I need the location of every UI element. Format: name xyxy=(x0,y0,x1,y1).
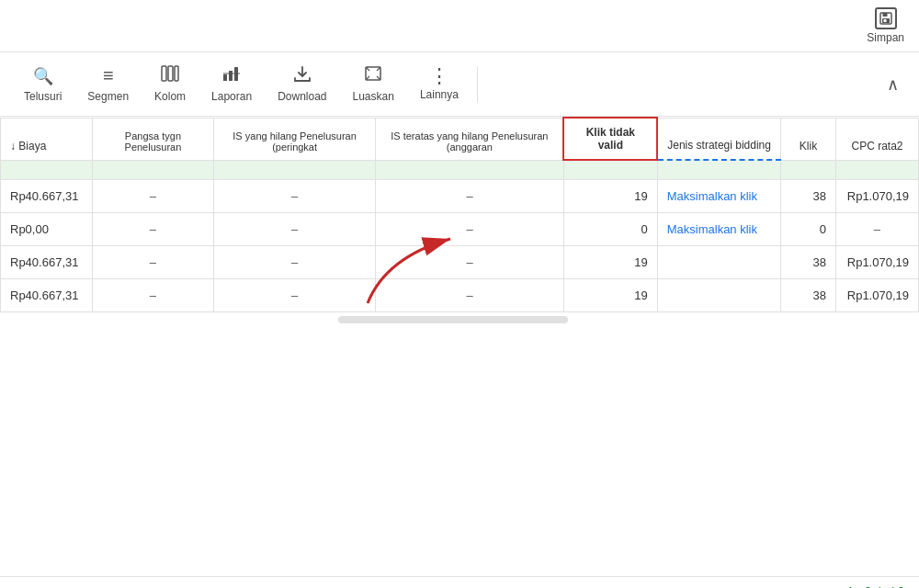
toolbar-segmen-label: Segmen xyxy=(87,90,129,103)
cell-is-terat-3: – xyxy=(376,246,564,279)
lainnya-icon: ⋮ xyxy=(429,68,449,85)
save-button[interactable]: Simpan xyxy=(867,7,904,44)
cell-klik-inv-2: 0 xyxy=(563,213,657,246)
svg-rect-1 xyxy=(882,13,887,17)
toolbar-laporan[interactable]: Laporan xyxy=(199,60,265,108)
toolbar-lainnya-label: Lainnya xyxy=(420,88,459,101)
header-is-terat: IS teratas yang hilang Penelusuran (angg… xyxy=(376,118,564,160)
cell-jenis-1[interactable]: Maksimalkan klik xyxy=(657,180,780,213)
cell-klik-1: 38 xyxy=(780,180,835,213)
table-row: Rp40.667,31 – – – 19 Maksimalkan klik 38… xyxy=(1,180,919,213)
header-klik: Klik xyxy=(780,118,835,160)
cell-pangsa-3: – xyxy=(93,246,214,279)
data-table: ↓ Biaya Pangsa tygn Penelusuran IS yang … xyxy=(0,117,919,312)
cell-klik-inv-1: 19 xyxy=(563,180,657,213)
toolbar-download[interactable]: Download xyxy=(265,60,339,108)
cell-is-hilang-3: – xyxy=(213,246,375,279)
header-pangsa: Pangsa tygn Penelusuran xyxy=(93,118,214,160)
toolbar-telusuri-label: Telusuri xyxy=(24,90,62,103)
svg-rect-3 xyxy=(883,19,886,22)
toolbar-luaskan[interactable]: Luaskan xyxy=(340,60,407,108)
toolbar-telusuri[interactable]: 🔍 Telusuri xyxy=(11,61,74,108)
top-bar: Simpan xyxy=(0,0,919,52)
toolbar-luaskan-label: Luaskan xyxy=(353,90,394,103)
search-icon: 🔍 xyxy=(33,66,53,86)
horizontal-scrollbar[interactable] xyxy=(338,316,568,323)
cell-is-hilang-4: – xyxy=(213,279,375,312)
svg-rect-5 xyxy=(168,66,173,81)
toolbar: 🔍 Telusuri ≡ Segmen Kolom xyxy=(0,52,919,117)
header-klik-invalid: Klik tidak valid xyxy=(563,118,657,160)
cell-cpc-4: Rp1.070,19 xyxy=(835,279,918,312)
toolbar-divider xyxy=(477,66,478,103)
cell-klik-4: 38 xyxy=(780,279,835,312)
cell-biaya-4: Rp40.667,31 xyxy=(1,279,93,312)
toolbar-kolom[interactable]: Kolom xyxy=(142,60,199,108)
kolom-icon xyxy=(161,65,179,86)
cell-pangsa-2: – xyxy=(93,213,214,246)
cell-cpc-2: – xyxy=(835,213,918,246)
svg-rect-4 xyxy=(162,66,166,81)
table-row: Rp40.667,31 – – – 19 38 Rp1.070,19 xyxy=(1,246,919,279)
toolbar-lainnya[interactable]: ⋮ Lainnya xyxy=(407,62,471,107)
toolbar-segmen[interactable]: ≡ Segmen xyxy=(74,60,142,108)
cell-is-hilang-2: – xyxy=(213,213,375,246)
toolbar-laporan-label: Laporan xyxy=(211,90,252,103)
cell-jenis-3 xyxy=(657,246,780,279)
cell-is-terat-4: – xyxy=(376,279,564,312)
header-cpc: CPC rata2 xyxy=(835,118,918,160)
toolbar-download-label: Download xyxy=(278,90,326,103)
laporan-icon xyxy=(222,65,241,86)
cell-is-hilang-1: – xyxy=(213,180,375,213)
table-row-subtotal xyxy=(1,160,919,180)
data-table-wrapper: ↓ Biaya Pangsa tygn Penelusuran IS yang … xyxy=(0,117,919,576)
cell-is-terat-2: – xyxy=(376,213,564,246)
luaskan-icon xyxy=(364,65,382,86)
save-icon xyxy=(875,7,897,29)
collapse-toolbar-button[interactable]: ∧ xyxy=(878,69,908,100)
cell-klik-2: 0 xyxy=(780,213,835,246)
save-label: Simpan xyxy=(867,31,904,44)
cell-jenis-2[interactable]: Maksimalkan klik xyxy=(657,213,780,246)
cell-jenis-4 xyxy=(657,279,780,312)
pagination-info: 1 - 2 dari 2 xyxy=(847,584,904,588)
table-header-row: ↓ Biaya Pangsa tygn Penelusuran IS yang … xyxy=(1,118,919,160)
cell-biaya-1: Rp40.667,31 xyxy=(1,180,93,213)
download-icon xyxy=(293,65,312,86)
header-biaya[interactable]: ↓ Biaya xyxy=(1,118,93,160)
svg-rect-8 xyxy=(229,71,233,81)
table-row: Rp40.667,31 – – – 19 38 Rp1.070,19 xyxy=(1,279,919,312)
svg-rect-7 xyxy=(223,74,227,81)
cell-cpc-1: Rp1.070,19 xyxy=(835,180,918,213)
header-is-hilang: IS yang hilang Penelusuran (peringkat xyxy=(213,118,375,160)
cell-klik-inv-3: 19 xyxy=(563,246,657,279)
cell-klik-inv-4: 19 xyxy=(563,279,657,312)
pagination-bar: 1 - 2 dari 2 xyxy=(0,576,919,588)
table-row: Rp0,00 – – – 0 Maksimalkan klik 0 – xyxy=(1,213,919,246)
cell-klik-3: 38 xyxy=(780,246,835,279)
header-jenis-strategi[interactable]: Jenis strategi bidding xyxy=(657,118,780,160)
toolbar-kolom-label: Kolom xyxy=(154,90,186,103)
cell-biaya-3: Rp40.667,31 xyxy=(1,246,93,279)
cell-pangsa-4: – xyxy=(93,279,214,312)
cell-is-terat-1: – xyxy=(376,180,564,213)
segmen-icon: ≡ xyxy=(103,65,114,86)
svg-rect-6 xyxy=(175,66,178,81)
cell-cpc-3: Rp1.070,19 xyxy=(835,246,918,279)
cell-biaya-2: Rp0,00 xyxy=(1,213,93,246)
cell-pangsa-1: – xyxy=(93,180,214,213)
